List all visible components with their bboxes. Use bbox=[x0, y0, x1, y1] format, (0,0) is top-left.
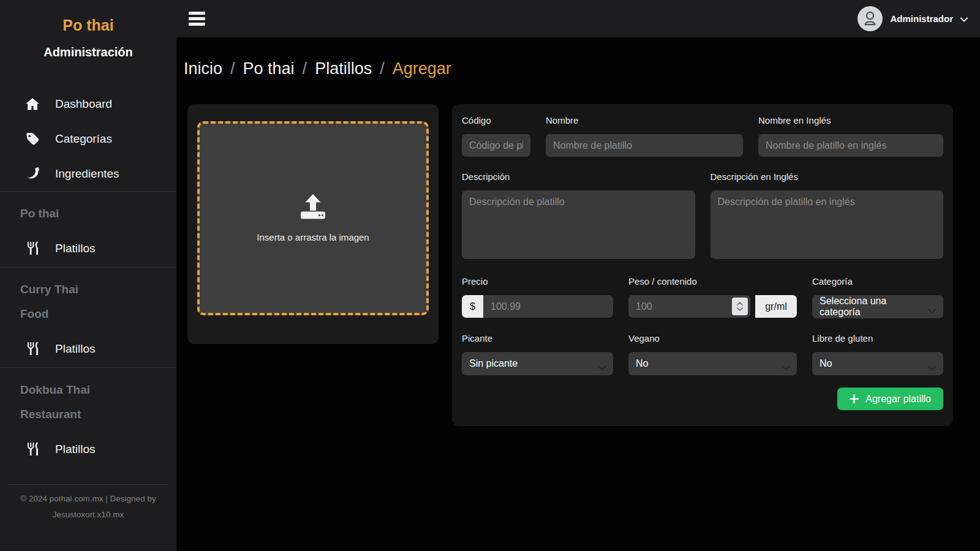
precio-input[interactable] bbox=[483, 295, 613, 318]
chevron-down-icon bbox=[598, 362, 606, 373]
sidebar-section-curry: Curry Thai Food Platillos bbox=[0, 267, 176, 367]
sidebar-item-label: Dashboard bbox=[55, 97, 112, 111]
sidebar-item-pothai-platillos[interactable]: Platillos bbox=[0, 231, 176, 266]
descripcion-textarea[interactable] bbox=[462, 190, 695, 259]
codigo-input[interactable] bbox=[462, 134, 530, 157]
libre-de-gluten-select[interactable]: No bbox=[812, 352, 943, 375]
sidebar-section-header: Curry Thai Food bbox=[0, 277, 176, 326]
footer-line2: Jesustoxort.x10.mx bbox=[12, 507, 164, 523]
user-name: Administrador bbox=[890, 13, 953, 24]
sidebar-item-label: Platillos bbox=[55, 443, 95, 456]
sidebar-item-dashboard[interactable]: Dashboard bbox=[0, 86, 176, 121]
libre-de-gluten-label: Libre de gluten bbox=[812, 333, 943, 343]
chevron-down-icon bbox=[782, 362, 790, 373]
descripcion-ingles-textarea[interactable] bbox=[710, 190, 944, 259]
field-descripcion: Descripción bbox=[462, 171, 695, 261]
content: Inicio / Po thai / Platillos / Agregar I… bbox=[176, 37, 980, 551]
hamburger-icon[interactable] bbox=[186, 9, 208, 28]
vegano-label: Vegano bbox=[628, 333, 797, 343]
codigo-label: Código bbox=[462, 115, 530, 126]
nombre-ingles-label: Nombre en Inglés bbox=[758, 115, 943, 126]
sidebar-item-ingredientes[interactable]: Ingredientes bbox=[0, 156, 176, 191]
picante-select[interactable]: Sin picante bbox=[462, 352, 613, 375]
field-descripcion-ingles: Descripción en Inglés bbox=[710, 171, 944, 261]
categoria-label: Categoría bbox=[812, 276, 943, 287]
breadcrumb-separator: / bbox=[230, 59, 235, 78]
breadcrumb-active-agregar: Agregar bbox=[393, 59, 451, 78]
plus-icon bbox=[850, 394, 859, 403]
currency-prefix: $ bbox=[462, 295, 483, 318]
field-libre-de-gluten: Libre de gluten No bbox=[812, 333, 943, 375]
chevron-down-icon bbox=[928, 305, 937, 316]
sidebar-item-label: Ingredientes bbox=[55, 167, 119, 181]
picante-value: Sin picante bbox=[469, 358, 518, 369]
topbar: Administrador bbox=[176, 0, 980, 37]
sidebar-item-label: Categorías bbox=[55, 132, 112, 146]
home-icon bbox=[24, 97, 40, 111]
user-menu[interactable]: Administrador bbox=[858, 6, 968, 31]
tag-icon bbox=[24, 132, 40, 146]
number-spinner[interactable] bbox=[732, 298, 748, 315]
agregar-platillo-label: Agregar platillo bbox=[865, 394, 931, 405]
sidebar: Po thai Administración Dashboard Categor… bbox=[0, 0, 176, 551]
add-dish-form: Código Nombre Nombre en Inglés Descripci bbox=[452, 104, 953, 426]
breadcrumb: Inicio / Po thai / Platillos / Agregar bbox=[184, 59, 980, 78]
breadcrumb-separator: / bbox=[303, 59, 307, 78]
field-peso: Peso / contenido gr/ml bbox=[628, 276, 797, 318]
footer-credits: © 2024 pothai.com.mx | Designed by Jesus… bbox=[0, 485, 176, 551]
nombre-input[interactable] bbox=[546, 134, 743, 157]
sidebar-nav: Dashboard Categorías Ingredientes bbox=[0, 86, 176, 191]
dropzone-text: Inserta o arrastra la imagen bbox=[257, 232, 369, 242]
nombre-ingles-input[interactable] bbox=[758, 134, 943, 157]
agregar-platillo-button[interactable]: Agregar platillo bbox=[837, 388, 943, 410]
categoria-select[interactable]: Selecciona una categoría bbox=[812, 295, 943, 318]
image-upload-card: Inserta o arrastra la imagen bbox=[187, 104, 439, 344]
field-precio: Precio $ bbox=[462, 276, 613, 318]
pepper-icon bbox=[24, 167, 40, 181]
sidebar-item-curry-platillos[interactable]: Platillos bbox=[0, 331, 176, 366]
vegano-select[interactable]: No bbox=[628, 352, 797, 375]
sidebar-section-pothai: Po thai Platillos bbox=[0, 191, 176, 267]
sidebar-item-dokbua-platillos[interactable]: Platillos bbox=[0, 432, 176, 467]
field-picante: Picante Sin picante bbox=[462, 333, 613, 375]
sidebar-section-dokbua: Dokbua Thai Restaurant Platillos bbox=[0, 367, 176, 468]
field-nombre: Nombre bbox=[546, 115, 743, 157]
sidebar-item-label: Platillos bbox=[55, 242, 95, 255]
breadcrumb-platillos[interactable]: Platillos bbox=[315, 59, 372, 78]
categoria-value: Selecciona una categoría bbox=[820, 296, 922, 318]
sidebar-section-header: Po thai bbox=[0, 201, 176, 226]
sidebar-item-label: Platillos bbox=[55, 342, 95, 356]
picante-label: Picante bbox=[462, 333, 613, 343]
vegano-value: No bbox=[636, 358, 648, 369]
sidebar-item-categorias[interactable]: Categorías bbox=[0, 121, 176, 156]
work-row: Inserta o arrastra la imagen Código Nomb… bbox=[187, 104, 980, 426]
breadcrumb-pothai[interactable]: Po thai bbox=[243, 59, 295, 78]
breadcrumb-inicio[interactable]: Inicio bbox=[184, 59, 222, 78]
sidebar-footer: © 2024 pothai.com.mx | Designed by Jesus… bbox=[0, 484, 176, 551]
field-vegano: Vegano No bbox=[628, 333, 797, 375]
utensils-icon bbox=[24, 241, 40, 255]
user-avatar-icon bbox=[858, 6, 883, 31]
field-categoria: Categoría Selecciona una categoría bbox=[812, 276, 943, 318]
precio-label: Precio bbox=[462, 276, 613, 287]
sidebar-brand-title: Po thai bbox=[0, 17, 176, 34]
breadcrumb-separator: / bbox=[380, 59, 385, 78]
libre-de-gluten-value: No bbox=[820, 358, 832, 369]
unit-suffix: gr/ml bbox=[755, 295, 797, 318]
upload-icon bbox=[299, 194, 327, 222]
descripcion-ingles-label: Descripción en Inglés bbox=[710, 171, 944, 182]
image-dropzone[interactable]: Inserta o arrastra la imagen bbox=[197, 121, 429, 315]
peso-label: Peso / contenido bbox=[628, 276, 797, 287]
chevron-down-icon bbox=[928, 362, 937, 373]
utensils-icon bbox=[24, 342, 40, 356]
sidebar-section-header: Dokbua Thai Restaurant bbox=[0, 378, 176, 427]
sidebar-subtitle: Administración bbox=[0, 45, 176, 59]
main-area: Administrador Inicio / Po thai / Platill… bbox=[176, 0, 980, 551]
field-nombre-ingles: Nombre en Inglés bbox=[758, 115, 943, 157]
footer-line1: © 2024 pothai.com.mx | Designed by bbox=[12, 491, 164, 507]
chevron-down-icon bbox=[960, 13, 968, 24]
submit-row: Agregar platillo bbox=[462, 388, 943, 410]
field-codigo: Código bbox=[462, 115, 530, 157]
utensils-icon bbox=[24, 442, 40, 456]
descripcion-label: Descripción bbox=[462, 171, 695, 182]
